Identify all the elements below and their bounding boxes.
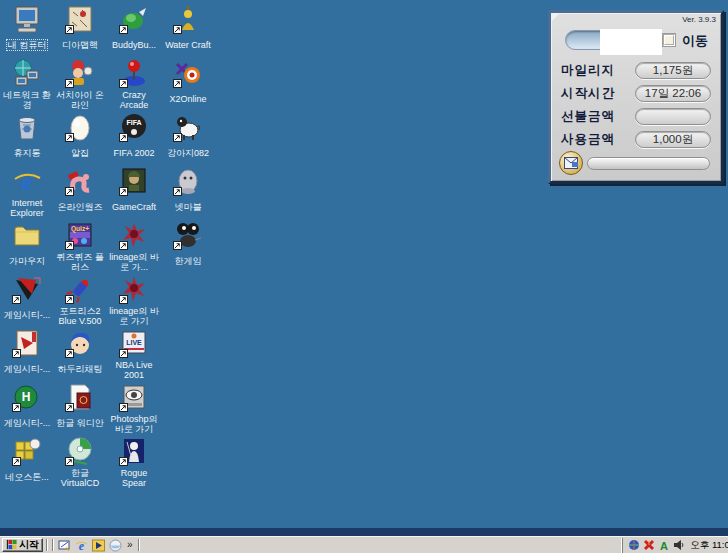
shortcut-arrow-icon [119,79,128,88]
desktop-icon[interactable]: BuddyBu... [108,4,160,58]
svg-text:A: A [660,540,668,552]
desktop-icon[interactable]: Rogue Spear [108,436,160,490]
desktop-icon[interactable]: eInternet Explorer [1,166,53,220]
online-worms-icon [65,166,95,196]
start-button-label: 시작 [19,540,39,550]
user-id-field[interactable] [565,30,651,50]
panel-corner-notch [552,14,559,21]
desktop-icon-label: 포트리스2 Blue V.500 [54,306,106,326]
shortcut-arrow-icon [119,295,128,304]
taskbar-separator [138,539,140,551]
gamecraft-icon [119,166,149,196]
desktop-icon[interactable]: 서치아이 온라인 [54,58,106,112]
shortcut-arrow-icon [65,79,74,88]
desktop-icon[interactable]: Quiz+퀴즈퀴즈 플러스 [54,220,106,274]
fortress2-icon [65,274,95,304]
billing-row: 마일리지1,175원 [561,59,711,82]
rogue-spear-icon [119,436,149,466]
shortcut-arrow-icon [65,295,74,304]
desktop-icon-label: 한글 VirtualCD [54,468,106,488]
desktop-icon[interactable]: lineage의 바로 가... [108,220,160,274]
desktop-icon[interactable]: H게임시티-... [1,382,53,436]
netmarble-icon [173,166,203,196]
shortcut-arrow-icon [119,133,128,142]
move-checkbox[interactable] [663,34,675,46]
red-x-icon[interactable] [642,539,655,552]
searcheye-online-icon [65,58,95,88]
billing-row-value: 1,175원 [635,62,711,79]
billing-row-label: 시작시간 [561,85,635,102]
svg-text:e: e [22,169,33,195]
desktop-icon[interactable]: 네오스톤... [1,436,53,490]
start-button[interactable]: 시작 [2,538,43,552]
internet-explorer-icon[interactable]: e [74,538,89,553]
desktop-icon[interactable]: 디아맵핵 [54,4,106,58]
desktop-icon[interactable]: 게임시티-... [1,328,53,382]
desktop-icon-label: Internet Explorer [1,198,53,218]
watercraft-icon [173,4,203,34]
billing-row-label: 선불금액 [561,108,635,125]
shortcut-arrow-icon [173,241,182,250]
desktop-icon[interactable]: X2Online [162,58,214,112]
desktop-icon[interactable]: 포트리스2 Blue V.500 [54,274,106,328]
desktop-icon[interactable]: 한게임 [162,220,214,274]
show-desktop-icon[interactable] [57,538,72,553]
billing-row-label: 마일리지 [561,62,635,79]
message-icon[interactable] [559,151,583,175]
desktop-icon[interactable]: LIVENBA Live 2001 [108,328,160,382]
gamecity-red-icon [12,274,42,304]
diablo-maphack-icon [65,4,95,34]
shortcut-arrow-icon [12,403,21,412]
desktop-icon[interactable]: lineage의 바로 가기 [108,274,160,328]
move-checkbox-label: 이동 [682,32,708,50]
billing-row-value [635,108,711,125]
desktop-icon[interactable]: Water Craft [162,4,214,58]
folder-icon [12,220,42,250]
shortcut-arrow-icon [173,133,182,142]
media-player-icon[interactable] [91,538,106,553]
desktop-icon[interactable]: 알집 [54,112,106,166]
quick-launch-overflow-chevron[interactable]: » [125,540,135,550]
desktop-icon[interactable]: 게임시티-... [1,274,53,328]
desktop-icon-label: lineage의 바로 가... [108,252,160,272]
desktop-icon[interactable]: 하두리채팅 [54,328,106,382]
my-computer-icon [12,4,42,34]
volume-icon[interactable] [672,539,685,552]
desktop-icon[interactable]: Crazy Arcade [108,58,160,112]
desktop-icon[interactable]: 한글 워디안 [54,382,106,436]
panel-bottom-button[interactable] [587,157,710,170]
desktop-icon[interactable]: 넷마블 [162,166,214,220]
shortcut-arrow-icon [12,457,21,466]
shortcut-arrow-icon [65,349,74,358]
shortcut-arrow-icon [173,187,182,196]
desktop-icon[interactable]: 네트워크 환경 [1,58,53,112]
desktop-icon[interactable]: FIFAFIFA 2002 [108,112,160,166]
panel-bottom [559,150,710,176]
gamecity-card-icon [12,328,42,358]
desktop-icon[interactable]: 온라인웜즈 [54,166,106,220]
desktop-icon-label: 서치아이 온라인 [54,90,106,110]
desktop-icon-label: 게임시티-... [3,364,52,374]
desktop-icon[interactable]: 내 컴퓨터 [1,4,53,58]
desktop-icon[interactable]: 한글 VirtualCD [54,436,106,490]
desktop-icon[interactable]: GameCraft [108,166,160,220]
desktop-icon-label: GameCraft [111,202,157,212]
taskbar-separator [46,539,48,551]
desktop-icon[interactable]: 휴지통 [1,112,53,166]
desktop-icon-label: 한글 워디안 [55,418,105,428]
hangame-icon [173,220,203,250]
network-neighborhood-icon [12,58,42,88]
outlook-express-icon[interactable] [108,538,123,553]
virtualcd-icon [65,436,95,466]
network-globe-icon[interactable] [627,539,640,552]
green-a-icon[interactable]: A [657,539,670,552]
desktop-icon[interactable]: Photoshp의 바로 가기 [108,382,160,436]
shortcut-arrow-icon [119,25,128,34]
desktop-icon[interactable]: 강아지082 [162,112,214,166]
desktop-icon[interactable]: 가마우지 [1,220,53,274]
desktop-icon-label: 휴지통 [13,148,42,158]
shortcut-arrow-icon [119,457,128,466]
fifa2002-icon: FIFA [119,112,149,142]
lineage-icon [119,220,149,250]
desktop-icon-label: 온라인웜즈 [57,202,104,212]
